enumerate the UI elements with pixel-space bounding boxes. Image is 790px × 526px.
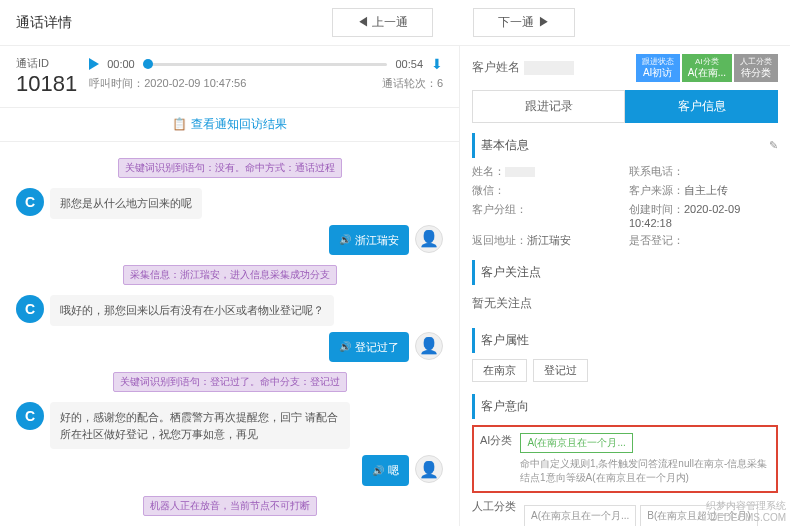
bot-message: 那您是从什么地方回来的呢 bbox=[50, 188, 202, 219]
ai-class-label: AI分类 bbox=[480, 433, 512, 448]
page-title: 通话详情 bbox=[16, 14, 72, 32]
audio-time-start: 00:00 bbox=[107, 58, 135, 70]
user-avatar: 👤 bbox=[415, 332, 443, 360]
edit-icon[interactable]: ✎ bbox=[769, 139, 778, 152]
call-rounds: 通话轮次：6 bbox=[382, 76, 443, 91]
bot-message: 哦好的，那您回来以后有没有在小区或者物业登记呢？ bbox=[50, 295, 334, 326]
info-wx: 微信： bbox=[472, 183, 621, 198]
ai-class-badge: AI分类A(在南... bbox=[682, 54, 732, 82]
user-message: 🔊嗯 bbox=[362, 455, 409, 486]
section-focus-title: 客户关注点 bbox=[481, 264, 541, 281]
section-basic-title: 基本信息 bbox=[481, 137, 529, 154]
chat-tag: 关键词识别到语句：登记过了。命中分支：登记过 bbox=[113, 372, 347, 392]
user-avatar: 👤 bbox=[415, 225, 443, 253]
chat-transcript: 关键词识别到语句：没有。命中方式：通话过程 C 那您是从什么地方回来的呢 🔊浙江… bbox=[0, 142, 459, 526]
customer-name-value bbox=[524, 61, 574, 75]
watermark: 织梦内容管理系统DEDECMS.COM bbox=[706, 500, 786, 524]
info-group: 客户分组： bbox=[472, 202, 621, 229]
bot-avatar: C bbox=[16, 295, 44, 323]
chat-tag: 关键词识别到语句：没有。命中方式：通话过程 bbox=[118, 158, 342, 178]
download-icon[interactable]: ⬇ bbox=[431, 56, 443, 72]
human-class-label: 人工分类 bbox=[472, 499, 516, 514]
ai-class-value: A(在南京且在一个月... bbox=[520, 433, 632, 453]
info-source: 客户来源：自主上传 bbox=[629, 183, 778, 198]
info-registered: 是否登记： bbox=[629, 233, 778, 248]
section-attrs-title: 客户属性 bbox=[481, 332, 529, 349]
attr-tag[interactable]: 在南京 bbox=[472, 359, 527, 382]
attr-tag[interactable]: 登记过 bbox=[533, 359, 588, 382]
user-message: 🔊浙江瑞安 bbox=[329, 225, 409, 256]
info-create: 创建时间：2020-02-09 10:42:18 bbox=[629, 202, 778, 229]
chat-tag: 机器人正在放音，当前节点不可打断 bbox=[143, 496, 317, 516]
chat-tag: 采集信息：浙江瑞安，进入信息采集成功分支 bbox=[123, 265, 337, 285]
call-id-label: 通话ID bbox=[16, 56, 77, 71]
manual-class-badge: 人工分类待分类 bbox=[734, 54, 778, 82]
tab-customer-info[interactable]: 客户信息 bbox=[625, 90, 778, 123]
bot-avatar: C bbox=[16, 188, 44, 216]
bot-avatar: C bbox=[16, 402, 44, 430]
tab-followup[interactable]: 跟进记录 bbox=[472, 90, 625, 123]
audio-progress[interactable] bbox=[143, 63, 388, 66]
view-result-link[interactable]: 查看通知回访结果 bbox=[172, 117, 286, 131]
audio-time-end: 00:54 bbox=[395, 58, 423, 70]
ai-class-desc: 命中自定义规则1,条件触发问答流程null在南京-信息采集结点1意向等级A(在南… bbox=[520, 457, 770, 485]
sound-icon: 🔊 bbox=[339, 232, 351, 247]
status-badge: 跟进状态AI初访 bbox=[636, 54, 680, 82]
ai-classification-box: AI分类 A(在南京且在一个月... 命中自定义规则1,条件触发问答流程null… bbox=[472, 425, 778, 493]
section-intent-title: 客户意向 bbox=[481, 398, 529, 415]
customer-name-label: 客户姓名 bbox=[472, 60, 520, 74]
prev-call-button[interactable]: ◀ 上一通 bbox=[332, 8, 433, 37]
sound-icon: 🔊 bbox=[339, 339, 351, 354]
info-phone: 联系电话： bbox=[629, 164, 778, 179]
next-call-button[interactable]: 下一通 ▶ bbox=[473, 8, 574, 37]
focus-empty: 暂无关注点 bbox=[472, 291, 778, 316]
call-time: 呼叫时间：2020-02-09 10:47:56 bbox=[89, 76, 246, 91]
info-name: 姓名： bbox=[472, 164, 621, 179]
user-avatar: 👤 bbox=[415, 455, 443, 483]
class-option[interactable]: A(在南京且在一个月... bbox=[524, 505, 636, 526]
sound-icon: 🔊 bbox=[372, 463, 384, 478]
info-return: 返回地址：浙江瑞安 bbox=[472, 233, 621, 248]
user-message: 🔊登记过了 bbox=[329, 332, 409, 363]
play-icon[interactable] bbox=[89, 58, 99, 70]
bot-message: 好的，感谢您的配合。栖霞警方再次提醒您，回宁 请配合所在社区做好登记，祝您万事如… bbox=[50, 402, 350, 449]
call-id: 10181 bbox=[16, 71, 77, 97]
